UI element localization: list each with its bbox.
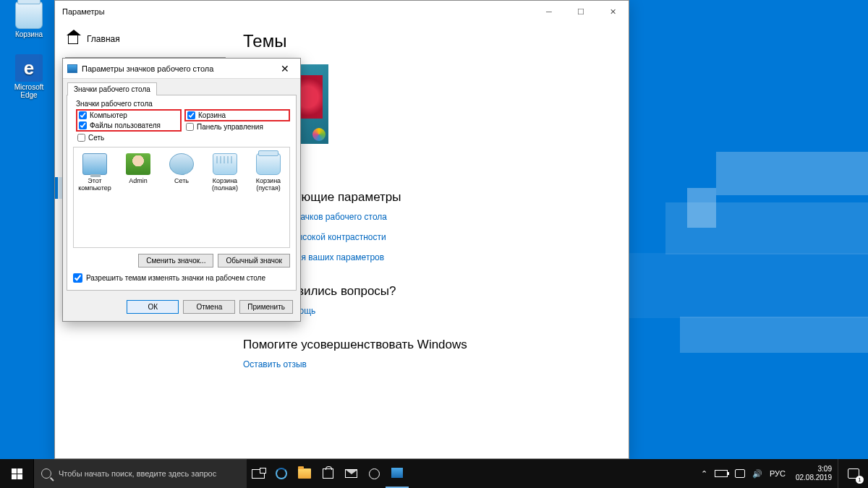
- taskbar-clock[interactable]: 3:09 02.08.2019: [790, 465, 838, 482]
- desktop-icon-label: Microsoft Edge: [7, 83, 51, 99]
- checkbox-computer[interactable]: Компьютер: [77, 111, 180, 120]
- edge-icon: e: [15, 54, 43, 82]
- minimize-button[interactable]: ─: [533, 1, 565, 22]
- system-tray: ⌃ 🔊 РУС: [697, 469, 790, 479]
- icon-user[interactable]: Admin: [119, 153, 158, 184]
- search-icon: [41, 468, 51, 479]
- icon-preview-list: Этот компьютер Admin Сеть Корзина (полна…: [73, 147, 290, 248]
- edge-icon: [276, 468, 287, 479]
- apply-button[interactable]: Применить: [239, 300, 293, 314]
- notification-badge: 1: [856, 476, 864, 484]
- close-button[interactable]: ✕: [597, 1, 629, 22]
- taskbar: Чтобы начать поиск, введите здесь запрос…: [0, 459, 868, 488]
- gear-icon: [369, 468, 380, 479]
- dialog-title: Параметры значков рабочего стола: [82, 64, 213, 73]
- task-view-icon: [252, 469, 265, 479]
- windows-icon: [12, 468, 22, 479]
- computer-icon: [82, 153, 107, 175]
- desktop-icon-edge[interactable]: e Microsoft Edge: [7, 54, 51, 99]
- taskbar-app-active[interactable]: [386, 459, 409, 488]
- taskbar-edge[interactable]: [270, 459, 293, 488]
- home-icon: [68, 34, 78, 44]
- taskbar-search[interactable]: Чтобы начать поиск, введите здесь запрос: [33, 459, 247, 488]
- recycle-bin-full-icon: [213, 153, 237, 175]
- improve-heading: Помогите усовершенствовать Windows: [243, 338, 614, 352]
- taskbar-explorer[interactable]: [293, 459, 316, 488]
- tray-chevron-up-icon[interactable]: ⌃: [701, 469, 707, 479]
- desktop-icon-settings-dialog: Параметры значков рабочего стола ✕ Значк…: [62, 58, 301, 322]
- user-icon: [126, 153, 150, 175]
- restore-default-button[interactable]: Обычный значок: [218, 254, 290, 267]
- dialog-titlebar[interactable]: Параметры значков рабочего стола ✕: [63, 59, 300, 79]
- recycle-bin-icon: [15, 1, 43, 29]
- tray-network-icon[interactable]: [735, 469, 745, 478]
- icon-this-pc[interactable]: Этот компьютер: [75, 153, 114, 192]
- search-placeholder: Чтобы начать поиск, введите здесь запрос: [59, 469, 216, 478]
- icon-network[interactable]: Сеть: [162, 153, 201, 184]
- clock-time: 3:09: [796, 465, 832, 474]
- store-icon: [323, 468, 333, 479]
- taskbar-settings[interactable]: [362, 459, 386, 488]
- recycle-bin-empty-icon: [256, 153, 281, 175]
- tray-language[interactable]: РУС: [770, 469, 786, 478]
- cancel-button[interactable]: Отмена: [183, 300, 235, 314]
- folder-icon: [298, 468, 311, 479]
- tray-battery-icon[interactable]: [715, 470, 728, 477]
- display-settings-icon: [391, 468, 403, 478]
- maximize-button[interactable]: ☐: [565, 1, 597, 22]
- taskbar-store[interactable]: [316, 459, 339, 488]
- task-view-button[interactable]: [247, 459, 270, 488]
- network-icon: [169, 153, 194, 175]
- window-title: Параметры: [62, 7, 105, 16]
- display-icon: [67, 64, 77, 73]
- tray-volume-icon[interactable]: 🔊: [752, 469, 762, 479]
- mail-icon: [345, 469, 357, 478]
- checkbox-control-panel[interactable]: Панель управления: [184, 122, 290, 132]
- action-center-button[interactable]: 1: [838, 459, 868, 488]
- tab-desktop-icons[interactable]: Значки рабочего стола: [67, 82, 157, 95]
- desktop-icon-label: Корзина: [7, 30, 51, 38]
- clock-date: 02.08.2019: [796, 474, 832, 482]
- ok-button[interactable]: ОК: [127, 300, 179, 314]
- change-icon-button[interactable]: Сменить значок...: [138, 254, 213, 267]
- checkbox-allow-themes[interactable]: Разрешить темам изменять значки на рабоч…: [73, 273, 290, 283]
- taskbar-mail[interactable]: [339, 459, 362, 488]
- desktop-icon-recycle-bin[interactable]: Корзина: [7, 1, 51, 38]
- link-feedback[interactable]: Оставить отзыв: [243, 359, 614, 369]
- group-label: Значки рабочего стола: [76, 100, 290, 108]
- window-titlebar[interactable]: Параметры ─ ☐ ✕: [55, 1, 629, 22]
- start-button[interactable]: [0, 459, 33, 488]
- checkbox-network[interactable]: Сеть: [76, 133, 290, 142]
- page-title: Темы: [243, 31, 614, 51]
- icon-bin-empty[interactable]: Корзина (пустая): [249, 153, 288, 192]
- icon-bin-full[interactable]: Корзина (полная): [205, 153, 244, 192]
- checkbox-user-files[interactable]: Файлы пользователя: [77, 121, 180, 130]
- dialog-close-button[interactable]: ✕: [274, 63, 296, 74]
- sidebar-home-label: Главная: [87, 34, 120, 44]
- checkbox-recycle-bin[interactable]: Корзина: [184, 109, 290, 121]
- sidebar-home[interactable]: Главная: [55, 30, 236, 48]
